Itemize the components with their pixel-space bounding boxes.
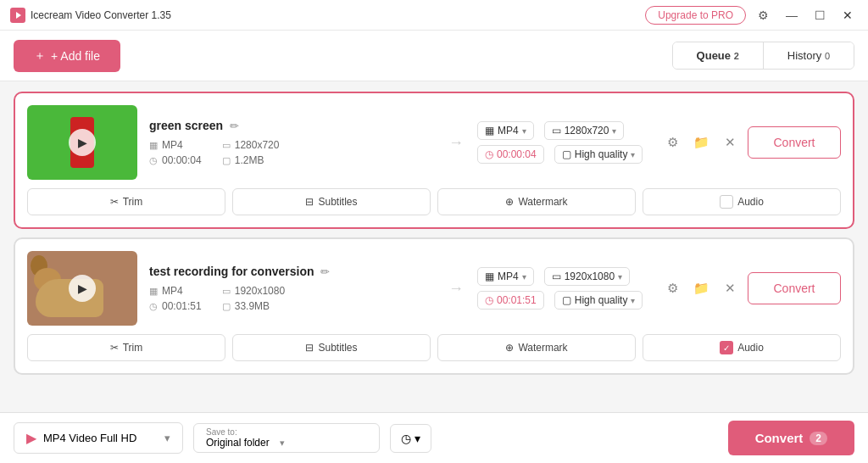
clock-icon-out-1: ◷ (485, 294, 493, 306)
file-actions-1: ✂ Trim ⊟ Subtitles ⊕ Watermark ✓ Audio (27, 334, 841, 361)
watermark-button-0[interactable]: ⊕ Watermark (437, 188, 636, 215)
file-thumb-1: ▶ (27, 251, 137, 326)
output-resolution-1: 1920x1080 (565, 271, 615, 282)
convert-button-1[interactable]: Convert (748, 272, 841, 304)
close-icon-btn-0[interactable]: ✕ (721, 131, 739, 153)
chevron-down-icon-format-0: ▾ (522, 126, 526, 136)
output-resolution-select-1[interactable]: ▭ 1920x1080 ▾ (544, 267, 630, 286)
output-quality-select-1[interactable]: ▢ High quality ▾ (554, 291, 643, 310)
save-to-label: Save to: (206, 427, 367, 437)
thumb-overlay-1: ▶ (27, 251, 137, 326)
thumb-dog: ▶ (27, 251, 137, 326)
input-size-1: 33.9MB (235, 300, 270, 312)
save-to-select[interactable]: Save to: Original folder ▾ (193, 423, 380, 453)
output-resolution-0: 1280x720 (565, 125, 609, 137)
file-name-0: green screen (149, 119, 223, 132)
file-meta-1: ▦ MP4 ◷ 00:01:51 ▭ 1920x1080 (149, 285, 435, 312)
subtitles-icon-0: ⊟ (305, 196, 314, 208)
settings-icon-btn-0[interactable]: ⚙ (664, 131, 682, 153)
trim-label-0: Trim (123, 196, 143, 208)
output-top-row-1: ▦ MP4 ▾ ▭ 1920x1080 ▾ (477, 267, 664, 286)
subtitles-button-1[interactable]: ⊟ Subtitles (232, 334, 431, 361)
bottom-bar: ▶ MP4 Video Full HD ▾ Save to: Original … (0, 412, 868, 463)
output-quality-0: High quality (575, 148, 628, 160)
convert-button-0[interactable]: Convert (748, 126, 841, 159)
file-name-row-0: green screen ✏ (149, 119, 435, 132)
upgrade-button[interactable]: Upgrade to PRO (645, 6, 746, 25)
toolbar: ＋ + Add file Queue 2 History 0 (0, 31, 868, 81)
output-format-select-0[interactable]: ▦ MP4 ▾ (477, 121, 534, 140)
convert-count-badge: 2 (810, 432, 827, 445)
add-icon: ＋ (34, 48, 46, 64)
file-card-1: ▶ test recording for conversion ✏ ▦ MP4 (14, 237, 854, 375)
output-settings-0: ▦ MP4 ▾ ▭ 1280x720 ▾ ◷ 00:00:04 (477, 121, 664, 164)
folder-icon-btn-1[interactable]: 📁 (690, 277, 713, 299)
save-to-row: Original folder ▾ (206, 437, 367, 449)
input-duration-1: 00:01:51 (162, 300, 202, 312)
settings-icon-btn-1[interactable]: ⚙ (664, 277, 682, 299)
trim-button-1[interactable]: ✂ Trim (27, 334, 225, 361)
input-meta-0: ▦ MP4 ◷ 00:00:04 (149, 139, 202, 166)
play-button-1[interactable]: ▶ (69, 275, 96, 302)
input-size-row-1: ▢ 33.9MB (222, 300, 285, 312)
output-format-select-1[interactable]: ▦ MP4 ▾ (477, 267, 534, 286)
card-actions-0: ⚙ 📁 ✕ Convert (664, 126, 841, 159)
input-duration-0: 00:00:04 (162, 154, 202, 166)
main-area: ▶ green screen ✏ ▦ MP4 (0, 81, 868, 412)
format-select[interactable]: ▶ MP4 Video Full HD ▾ (14, 422, 183, 454)
clock-icon-bottom: ◷ (401, 432, 411, 445)
output-resolution-select-0[interactable]: ▭ 1280x720 ▾ (544, 121, 625, 140)
settings-button[interactable]: ⚙ (753, 7, 774, 24)
file-card-0: ▶ green screen ✏ ▦ MP4 (14, 92, 854, 229)
input-res-row-0: ▭ 1280x720 (222, 139, 280, 151)
tab-history[interactable]: History 0 (764, 42, 854, 69)
input-meta-1: ▦ MP4 ◷ 00:01:51 (149, 285, 202, 312)
thumb-green-screen: ▶ (27, 105, 137, 180)
format-label: MP4 Video Full HD (43, 432, 136, 444)
convert-all-button[interactable]: Convert 2 (728, 421, 854, 455)
close-button[interactable]: ✕ (837, 7, 858, 24)
play-button-0[interactable]: ▶ (69, 129, 96, 156)
input-size-0: 1.2MB (235, 154, 264, 166)
input-format-0: MP4 (162, 139, 183, 151)
subtitles-label-0: Subtitles (318, 196, 357, 208)
watermark-button-1[interactable]: ⊕ Watermark (437, 334, 636, 361)
input-res-row-1: ▭ 1920x1080 (222, 285, 285, 297)
input-resolution-0: 1280x720 (235, 139, 280, 151)
audio-label-0: Audio (737, 196, 764, 208)
output-duration-select-1[interactable]: ◷ 00:01:51 (477, 291, 544, 310)
output-quality-1: High quality (575, 294, 628, 306)
film-icon-out-1: ▦ (485, 271, 494, 282)
audio-toggle-0[interactable]: Audio (643, 188, 841, 215)
tab-queue[interactable]: Queue 2 (673, 42, 764, 69)
add-file-label: + Add file (51, 49, 100, 63)
thumb-overlay-0: ▶ (27, 105, 137, 180)
schedule-button[interactable]: ◷ ▾ (390, 424, 431, 453)
chevron-down-icon-quality-1: ▾ (631, 296, 635, 305)
chevron-down-icon-format: ▾ (164, 432, 170, 444)
minimize-button[interactable]: — (781, 7, 803, 24)
subtitles-button-0[interactable]: ⊟ Subtitles (232, 188, 431, 215)
clock-icon-0: ◷ (149, 155, 158, 166)
trim-button-0[interactable]: ✂ Trim (27, 188, 225, 215)
audio-label-1: Audio (737, 342, 764, 354)
folder-icon-1: ▢ (222, 301, 231, 312)
folder-icon-btn-0[interactable]: 📁 (690, 131, 713, 153)
edit-icon-1[interactable]: ✏ (320, 265, 330, 278)
chevron-down-icon-save: ▾ (280, 438, 285, 449)
file-thumb-0: ▶ (27, 105, 137, 180)
queue-history-tabs: Queue 2 History 0 (672, 42, 854, 70)
convert-all-label: Convert (755, 431, 804, 445)
close-icon-btn-1[interactable]: ✕ (721, 277, 739, 299)
edit-icon-0[interactable]: ✏ (230, 120, 239, 132)
output-duration-select-0[interactable]: ◷ 00:00:04 (477, 145, 544, 164)
film-icon-1: ▦ (149, 286, 158, 297)
maximize-button[interactable]: ☐ (810, 7, 831, 24)
output-quality-select-0[interactable]: ▢ High quality ▾ (554, 145, 643, 164)
audio-toggle-1[interactable]: ✓ Audio (643, 334, 841, 361)
chevron-down-icon-format-1: ▾ (522, 272, 526, 282)
clock-icon-out-0: ◷ (485, 148, 493, 160)
card-actions-1: ⚙ 📁 ✕ Convert (664, 272, 841, 304)
add-file-button[interactable]: ＋ + Add file (14, 40, 120, 72)
input-resolution-1: 1920x1080 (235, 285, 285, 297)
